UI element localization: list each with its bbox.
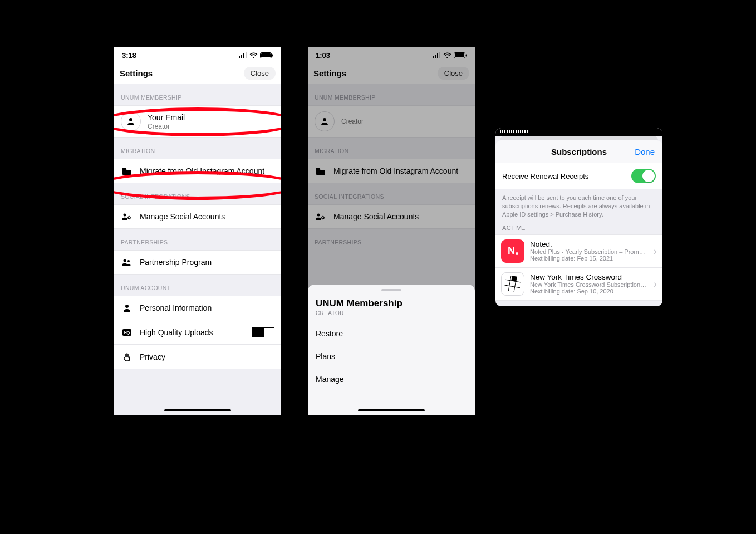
section-header-social: SOCIAL INTEGRATIONS: [308, 183, 475, 204]
section-header-partnerships: PARTNERSHIPS: [114, 229, 281, 250]
social-label: Manage Social Accounts: [140, 212, 225, 221]
svg-point-12: [127, 260, 130, 262]
receipts-toggle[interactable]: [631, 169, 656, 183]
membership-row[interactable]: Creator: [308, 105, 475, 138]
subscriptions-card: Subscriptions Done Receive Renewal Recei…: [495, 128, 662, 306]
svg-rect-16: [433, 56, 434, 58]
annotation-oval-migrate: [114, 171, 281, 200]
folder-icon: [121, 167, 133, 175]
person-icon: [121, 304, 133, 312]
svg-text:HQ: HQ: [124, 331, 130, 335]
svg-rect-8: [122, 168, 126, 169]
svg-rect-19: [439, 52, 440, 58]
users-icon: [121, 258, 133, 266]
status-bar-mini: [495, 128, 662, 136]
partnership-label: Partnership Program: [140, 258, 212, 267]
receipts-label: Receive Renewal Receipts: [502, 172, 588, 180]
person-icon: [320, 117, 329, 126]
chevron-right-icon: ›: [654, 245, 657, 257]
wifi-icon: [443, 52, 451, 58]
svg-point-25: [317, 214, 320, 217]
cellular-icon: [433, 52, 441, 58]
partnership-row[interactable]: Partnership Program: [114, 250, 281, 275]
done-button[interactable]: Done: [635, 147, 655, 156]
social-row[interactable]: Manage Social Accounts: [114, 204, 281, 229]
users-gear-icon: [315, 213, 327, 221]
receipts-note: A receipt will be sent to you each time …: [495, 189, 662, 224]
battery-icon: [260, 52, 273, 58]
svg-point-9: [124, 214, 126, 217]
battery-icon: [454, 52, 467, 58]
subs-header: Subscriptions Done: [495, 140, 662, 163]
tier-label: Creator: [341, 117, 364, 125]
svg-rect-0: [239, 56, 240, 58]
status-time: 3:18: [122, 51, 136, 60]
migrate-row[interactable]: Migrate from Old Instagram Account: [308, 159, 475, 183]
svg-rect-1: [241, 55, 242, 58]
svg-rect-6: [272, 54, 273, 56]
hq-label: High Quality Uploads: [140, 328, 213, 337]
membership-texts: Creator: [341, 117, 364, 125]
svg-rect-22: [466, 54, 467, 56]
item-title: Noted.: [530, 240, 657, 248]
hq-row[interactable]: HQ High Quality Uploads: [114, 320, 281, 345]
svg-rect-18: [437, 53, 438, 58]
close-button[interactable]: Close: [244, 67, 276, 80]
membership-sheet: UNUM Membership CREATOR Restore Plans Ma…: [308, 285, 475, 415]
status-bar: 1:03: [308, 47, 475, 63]
sheet-item-plans[interactable]: Plans: [308, 345, 475, 368]
nyt-app-icon: [501, 272, 524, 296]
migrate-label: Migrate from Old Instagram Account: [333, 166, 458, 175]
privacy-label: Privacy: [140, 352, 165, 361]
svg-rect-17: [435, 55, 436, 58]
receipts-row[interactable]: Receive Renewal Receipts: [495, 163, 662, 189]
sheet-subtitle: CREATOR: [308, 310, 475, 322]
phone-settings-1: 3:18 Settings Close UNUM MEMBERSHIP Your…: [114, 47, 281, 415]
status-icons: [433, 52, 467, 58]
item-desc: New York Times Crossword Subscription…: [530, 281, 657, 288]
svg-point-11: [124, 259, 126, 262]
sheet-behind-card: [500, 136, 658, 140]
folder-icon: [315, 167, 327, 175]
phone-settings-2: 1:03 Settings Close UNUM MEMBERSHIP Crea…: [308, 47, 475, 415]
list-item-texts: New York Times Crossword New York Times …: [530, 273, 657, 295]
wifi-icon: [249, 52, 258, 58]
cellular-icon: [239, 52, 247, 58]
active-header: ACTIVE: [495, 224, 662, 234]
svg-rect-21: [455, 53, 464, 57]
noted-app-icon: N: [501, 239, 524, 263]
home-indicator[interactable]: [358, 409, 425, 411]
home-indicator[interactable]: [164, 409, 231, 411]
item-desc: Noted Plus - Yearly Subscription – Prom…: [530, 248, 657, 255]
social-row[interactable]: Manage Social Accounts: [308, 204, 475, 229]
close-button[interactable]: Close: [438, 67, 469, 80]
section-header-migration: MIGRATION: [114, 138, 281, 159]
item-next: Next billing date: Feb 15, 2021: [530, 255, 657, 262]
sheet-grabber[interactable]: [381, 289, 401, 291]
subscription-item-noted[interactable]: N Noted. Noted Plus - Yearly Subscriptio…: [495, 234, 662, 267]
page-title: Settings: [313, 68, 346, 78]
svg-point-23: [323, 118, 326, 121]
personal-row[interactable]: Personal Information: [114, 296, 281, 320]
sheet-title: UNUM Membership: [308, 296, 475, 310]
svg-rect-5: [261, 53, 271, 57]
subscription-item-nyt[interactable]: New York Times Crossword New York Times …: [495, 267, 662, 301]
svg-rect-24: [316, 168, 320, 169]
svg-rect-3: [246, 52, 247, 58]
privacy-row[interactable]: Privacy: [114, 345, 281, 369]
item-title: New York Times Crossword: [530, 273, 657, 281]
hq-toggle[interactable]: [252, 327, 274, 337]
hd-icon: HQ: [121, 329, 133, 336]
section-header-account: UNUM ACCOUNT: [114, 275, 281, 296]
chevron-right-icon: ›: [654, 278, 657, 290]
users-gear-icon: [121, 213, 133, 221]
sheet-item-manage[interactable]: Manage: [308, 368, 475, 390]
nav-bar: Settings Close: [114, 63, 281, 84]
status-bar: 3:18: [114, 47, 281, 63]
status-time: 1:03: [316, 51, 330, 60]
hand-icon: [121, 353, 133, 361]
section-header-partnerships: PARTNERSHIPS: [308, 229, 475, 250]
personal-label: Personal Information: [140, 303, 212, 312]
sheet-item-restore[interactable]: Restore: [308, 322, 475, 345]
social-label: Manage Social Accounts: [333, 212, 419, 221]
